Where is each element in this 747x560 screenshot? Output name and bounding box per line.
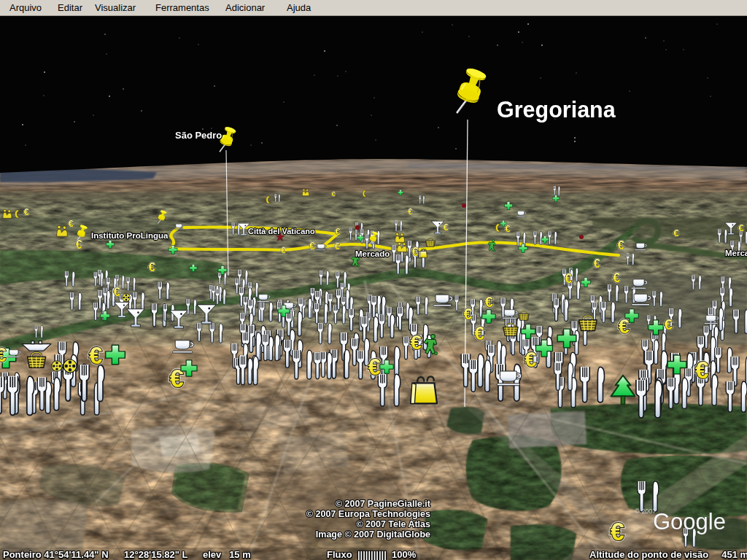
svg-text:Merca: Merca: [725, 249, 747, 257]
svg-text:Gregoriana: Gregoriana: [497, 97, 616, 122]
svg-text:© 2007: © 2007: [635, 508, 656, 515]
svg-text:Google: Google: [653, 509, 726, 534]
svg-text:Instituto ProLingua: Instituto ProLingua: [91, 231, 169, 240]
svg-text:Città del Vaticano: Città del Vaticano: [248, 227, 315, 236]
svg-text:© 2007 Tele Atlas: © 2007 Tele Atlas: [356, 519, 430, 529]
svg-text:Image © 2007 DigitalGlobe: Image © 2007 DigitalGlobe: [316, 529, 430, 540]
svg-text:© 2007 Europa Technologies: © 2007 Europa Technologies: [306, 509, 430, 519]
svg-text:© 2007 PagineGialle.it: © 2007 PagineGialle.it: [336, 499, 431, 509]
svg-text:São Pedro: São Pedro: [175, 130, 222, 141]
svg-text:Mercado: Mercado: [355, 249, 390, 258]
